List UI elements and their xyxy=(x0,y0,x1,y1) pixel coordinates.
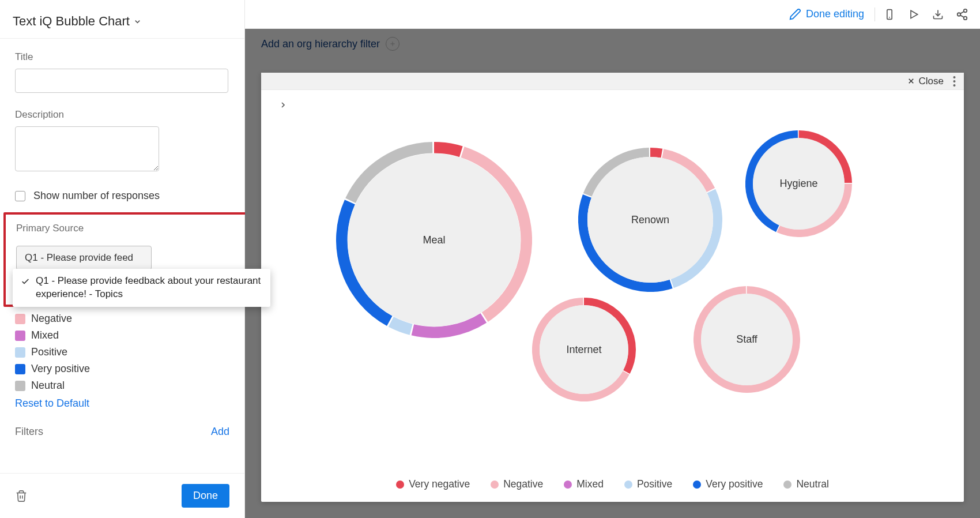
mobile-preview-button[interactable] xyxy=(877,5,902,24)
legend-item[interactable]: Neutral xyxy=(15,377,229,394)
close-icon xyxy=(907,77,915,85)
legend-entry[interactable]: Very negative xyxy=(396,478,470,490)
legend-dot xyxy=(783,481,791,489)
reset-to-default[interactable]: Reset to Default xyxy=(15,397,229,410)
primary-source-highlight: Primary Source Q1 - Please provide feed … xyxy=(3,212,255,307)
check-icon xyxy=(21,277,30,286)
legend-item[interactable]: Very positive xyxy=(15,361,229,377)
chevron-right-icon xyxy=(278,100,288,110)
svg-point-12 xyxy=(953,80,956,82)
download-icon xyxy=(932,9,944,20)
legend-entry[interactable]: Very positive xyxy=(693,478,763,490)
show-responses-checkbox[interactable]: Show number of responses xyxy=(15,190,229,202)
svg-line-7 xyxy=(960,11,964,13)
title-label: Title xyxy=(15,51,229,63)
close-card-button[interactable]: Close xyxy=(907,76,944,87)
checkbox-icon xyxy=(15,191,25,201)
primary-source-label: Primary Source xyxy=(16,223,243,234)
chart-card: Close MealRenownHygieneInternetStaff Ver… xyxy=(261,73,964,502)
main-canvas: Done editing Add an org hierarchy filter… xyxy=(245,0,980,518)
primary-source-select[interactable]: Q1 - Please provide feed xyxy=(16,246,152,270)
edit-icon xyxy=(789,8,801,21)
expand-button[interactable] xyxy=(278,100,288,110)
color-swatch xyxy=(15,347,25,358)
preview-overlay: Add an org hierarchy filter ＋ Close xyxy=(245,29,980,518)
page-title: Text iQ Bubble Chart xyxy=(13,14,130,29)
play-icon xyxy=(908,9,919,20)
plus-icon: ＋ xyxy=(386,37,399,51)
svg-point-5 xyxy=(958,13,961,16)
legend-item[interactable]: Mixed xyxy=(15,327,229,344)
legend-dot xyxy=(693,481,701,489)
bubble-renown[interactable]: Renown xyxy=(578,148,722,292)
svg-point-13 xyxy=(953,84,956,87)
bubble-staff[interactable]: Staff xyxy=(693,286,800,393)
legend-dot xyxy=(396,481,404,489)
done-editing-button[interactable]: Done editing xyxy=(781,5,872,24)
done-button[interactable]: Done xyxy=(182,484,229,508)
mobile-icon xyxy=(884,9,895,20)
primary-source-dropdown: Q1 - Please provide feedback about your … xyxy=(13,269,270,307)
chart-legend: Very negativeNegativeMixedPositiveVery p… xyxy=(261,478,964,490)
svg-marker-2 xyxy=(911,10,918,18)
filters-label: Filters xyxy=(15,426,43,438)
legend-dot xyxy=(491,481,499,489)
description-input[interactable] xyxy=(15,126,159,171)
svg-rect-0 xyxy=(887,9,892,19)
sentiment-legend: NegativeMixedPositiveVery positiveNeutra… xyxy=(15,310,229,394)
color-swatch xyxy=(15,364,25,374)
legend-entry[interactable]: Mixed xyxy=(564,478,604,490)
legend-item[interactable]: Negative xyxy=(15,310,229,327)
run-button[interactable] xyxy=(902,5,926,24)
chevron-down-icon xyxy=(133,17,142,26)
trash-icon xyxy=(15,490,28,502)
delete-button[interactable] xyxy=(15,490,28,502)
svg-point-6 xyxy=(964,16,967,19)
legend-item[interactable]: Positive xyxy=(15,344,229,361)
color-swatch xyxy=(15,314,25,324)
description-label: Description xyxy=(15,109,229,121)
share-button[interactable] xyxy=(950,5,974,24)
bubble-meal[interactable]: Meal xyxy=(336,142,532,338)
share-icon xyxy=(956,8,968,21)
bubble-chart[interactable]: MealRenownHygieneInternetStaff xyxy=(301,102,941,461)
add-hierarchy-filter[interactable]: Add an org hierarchy filter ＋ xyxy=(261,37,399,51)
bubble-hygiene[interactable]: Hygiene xyxy=(745,130,852,237)
primary-source-option[interactable]: Q1 - Please provide feedback about your … xyxy=(21,275,262,301)
legend-entry[interactable]: Positive xyxy=(624,478,672,490)
svg-point-4 xyxy=(964,9,967,12)
legend-entry[interactable]: Negative xyxy=(491,478,543,490)
card-menu-button[interactable] xyxy=(953,76,956,87)
svg-line-8 xyxy=(960,15,964,17)
kebab-icon xyxy=(953,76,956,87)
widget-type-selector[interactable]: Text iQ Bubble Chart xyxy=(0,0,244,39)
config-sidebar: Text iQ Bubble Chart Title Description S… xyxy=(0,0,245,518)
show-responses-label: Show number of responses xyxy=(33,190,160,202)
download-button[interactable] xyxy=(926,5,950,24)
color-swatch xyxy=(15,381,25,391)
color-swatch xyxy=(15,331,25,341)
add-filter-button[interactable]: Add xyxy=(211,426,229,438)
svg-point-11 xyxy=(953,76,956,78)
legend-entry[interactable]: Neutral xyxy=(783,478,828,490)
legend-dot xyxy=(564,481,572,489)
bubble-internet[interactable]: Internet xyxy=(532,298,636,401)
title-input[interactable] xyxy=(15,69,228,93)
legend-dot xyxy=(624,481,632,489)
topbar: Done editing xyxy=(245,0,980,29)
